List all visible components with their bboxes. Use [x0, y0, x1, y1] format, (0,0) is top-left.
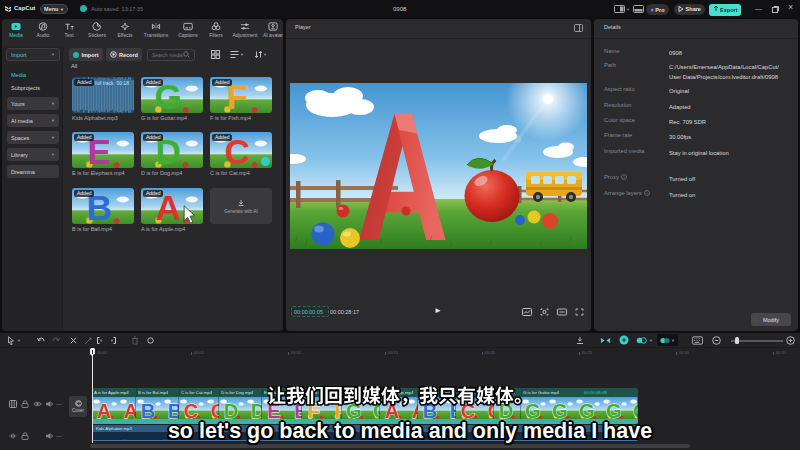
- svg-text:A: A: [97, 400, 111, 419]
- svg-text:C: C: [184, 400, 198, 419]
- svg-text:B: B: [141, 400, 155, 419]
- svg-text:G: G: [606, 400, 622, 419]
- svg-text:G: G: [579, 400, 595, 419]
- svg-text:G: G: [552, 400, 568, 419]
- svg-text:D: D: [224, 400, 238, 419]
